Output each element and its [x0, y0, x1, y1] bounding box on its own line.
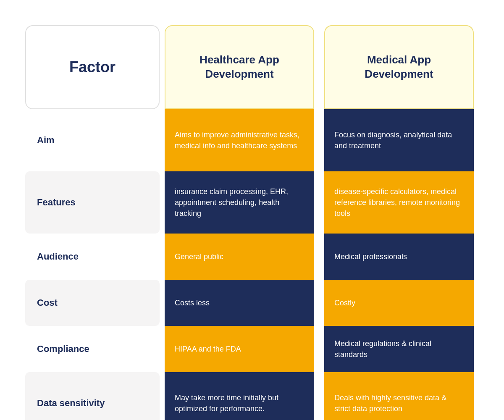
cell-1: disease-specific calculators, medical re… [324, 171, 474, 234]
healthcare-header: Healthcare App Development [165, 25, 314, 109]
comparison-table: Factor AimFeaturesAudienceCostCompliance… [0, 0, 504, 420]
healthcare-cells: Aims to improve administrative tasks, me… [165, 109, 314, 420]
cell-1: insurance claim processing, EHR, appoint… [165, 171, 314, 234]
factor-row-label: Data sensitivity [37, 398, 105, 409]
cell-4: Medical regulations & clinical standards [324, 326, 474, 372]
cell-0: Aims to improve administrative tasks, me… [165, 109, 314, 171]
factor-column: Factor AimFeaturesAudienceCostCompliance… [25, 25, 160, 420]
factor-header: Factor [25, 25, 160, 109]
factor-row-aim: Aim [25, 109, 160, 171]
factor-row-cost: Cost [25, 280, 160, 326]
factor-row-label: Audience [37, 251, 79, 262]
medical-header: Medical App Development [324, 25, 474, 109]
cell-0: Focus on diagnosis, analytical data and … [324, 109, 474, 171]
cell-3: Costs less [165, 280, 314, 326]
cell-5: Deals with highly sensitive data & stric… [324, 372, 474, 420]
cell-2: Medical professionals [324, 234, 474, 280]
factor-row-label: Compliance [37, 344, 89, 354]
factor-rows: AimFeaturesAudienceCostComplianceData se… [25, 109, 160, 420]
cell-5: May take more time initially but optimiz… [165, 372, 314, 420]
medical-column: Medical App Development Focus on diagnos… [324, 25, 474, 420]
factor-row-label: Features [37, 197, 76, 208]
cell-4: HIPAA and the FDA [165, 326, 314, 372]
factor-row-compliance: Compliance [25, 326, 160, 372]
medical-header-text: Medical App Development [333, 53, 465, 81]
medical-cells: Focus on diagnosis, analytical data and … [324, 109, 474, 420]
healthcare-column: Healthcare App Development Aims to impro… [165, 25, 314, 420]
factor-header-text: Factor [69, 58, 116, 76]
factor-row-features: Features [25, 171, 160, 234]
factor-row-label: Cost [37, 297, 58, 308]
cell-3: Costly [324, 280, 474, 326]
healthcare-header-text: Healthcare App Development [174, 53, 305, 81]
factor-row-label: Aim [37, 135, 55, 146]
cell-2: General public [165, 234, 314, 280]
factor-row-audience: Audience [25, 234, 160, 280]
factor-row-data-sensitivity: Data sensitivity [25, 372, 160, 420]
